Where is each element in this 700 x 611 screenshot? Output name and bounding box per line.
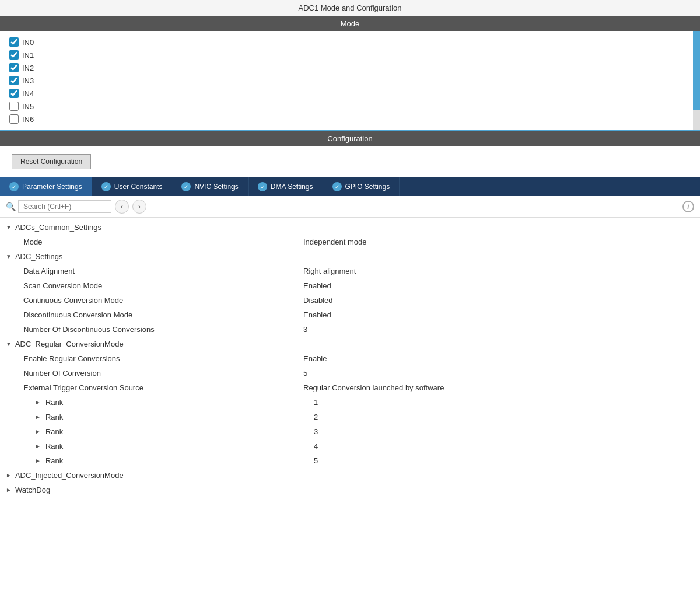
param-value: Disabled (303, 296, 333, 305)
collapsible-label-ADC_Injected_ConversionMode: ADC_Injected_ConversionMode (15, 471, 124, 480)
param-row: ModeIndependent mode (0, 235, 700, 249)
checkbox-in6[interactable] (9, 114, 19, 124)
rank-value-3: 3 (314, 427, 318, 436)
param-row: External Trigger Conversion SourceRegula… (0, 380, 700, 395)
tab-check-icon-parameter: ✓ (9, 182, 19, 191)
checkbox-in0[interactable] (9, 37, 19, 47)
channel-label-in6: IN6 (22, 115, 34, 124)
rank-value-5: 5 (314, 456, 318, 465)
param-value: Right alignment (303, 267, 356, 275)
param-value: Enable (303, 354, 327, 363)
param-value: Enabled (303, 281, 331, 290)
rank-value-2: 2 (314, 413, 318, 421)
collapsible-arrow-ADC_Injected_ConversionMode: ► (6, 472, 12, 479)
rank-label-5: Rank (46, 456, 314, 465)
rank-expand-arrow-3[interactable]: ► (35, 428, 41, 435)
search-icon: 🔍 (6, 202, 16, 211)
param-name: Discontinuous Conversion Mode (23, 310, 303, 319)
param-name: Scan Conversion Mode (23, 281, 303, 290)
group-label-ADCs_Common_Settings: ADCs_Common_Settings (15, 223, 102, 232)
rank-row-1: ►Rank1 (0, 395, 700, 410)
tab-gpio[interactable]: ✓GPIO Settings (323, 177, 400, 196)
channel-row-in0: IN0 (9, 36, 691, 48)
group-header-ADC_Settings[interactable]: ▼ADC_Settings (0, 249, 700, 264)
tab-check-icon-nvic: ✓ (181, 182, 191, 191)
channel-row-in5: IN5 (9, 100, 691, 113)
tab-check-icon-dma: ✓ (258, 182, 267, 191)
tab-user-constants[interactable]: ✓User Constants (92, 177, 173, 196)
param-name: Data Alignment (23, 267, 303, 275)
rank-row-3: ►Rank3 (0, 424, 700, 439)
checkbox-in4[interactable] (9, 89, 19, 98)
param-row: Number Of Conversion5 (0, 366, 700, 380)
rank-expand-arrow-4[interactable]: ► (35, 443, 41, 449)
group-arrow-ADCs_Common_Settings: ▼ (6, 224, 12, 231)
search-input[interactable] (18, 200, 111, 213)
group-label-ADC_Regular_ConversionMode: ADC_Regular_ConversionMode (15, 340, 124, 348)
tab-nvic[interactable]: ✓NVIC Settings (172, 177, 248, 196)
checkbox-in3[interactable] (9, 76, 19, 85)
rank-row-2: ►Rank2 (0, 410, 700, 424)
scrollbar[interactable] (693, 31, 700, 130)
param-name: Continuous Conversion Mode (23, 296, 303, 305)
checkbox-in2[interactable] (9, 63, 19, 72)
param-value: 3 (303, 325, 307, 334)
channel-label-in4: IN4 (22, 89, 34, 98)
reset-config-button[interactable]: Reset Configuration (12, 154, 91, 169)
rank-label-4: Rank (46, 442, 314, 451)
channel-row-in4: IN4 (9, 87, 691, 100)
config-section: Reset Configuration ✓Parameter Settings✓… (0, 146, 700, 500)
channel-label-in3: IN3 (22, 76, 34, 85)
tab-check-icon-gpio: ✓ (332, 182, 342, 191)
collapsible-group-WatchDog[interactable]: ►WatchDog (0, 483, 700, 497)
collapsible-arrow-WatchDog: ► (6, 487, 12, 493)
channel-row-in1: IN1 (9, 48, 691, 61)
group-header-ADC_Regular_ConversionMode[interactable]: ▼ADC_Regular_ConversionMode (0, 337, 700, 351)
tab-parameter[interactable]: ✓Parameter Settings (0, 177, 92, 196)
channel-label-in2: IN2 (22, 64, 34, 72)
mode-section: IN0IN1IN2IN3IN4IN5IN6 (0, 31, 700, 131)
rank-row-5: ►Rank5 (0, 453, 700, 468)
config-header: Configuration (0, 131, 700, 146)
tab-dma[interactable]: ✓DMA Settings (249, 177, 323, 196)
mode-header: Mode (0, 16, 700, 31)
nav-next-button[interactable]: › (132, 200, 146, 214)
channel-row-in2: IN2 (9, 61, 691, 74)
param-name: External Trigger Conversion Source (23, 383, 303, 392)
param-value: Enabled (303, 310, 331, 319)
main-title: ADC1 Mode and Configuration (0, 0, 700, 16)
param-row: Enable Regular ConversionsEnable (0, 351, 700, 366)
param-name: Number Of Conversion (23, 369, 303, 378)
rank-label-1: Rank (46, 398, 314, 407)
param-value: 5 (303, 369, 307, 378)
param-row: Scan Conversion ModeEnabled (0, 278, 700, 293)
collapsible-label-WatchDog: WatchDog (15, 486, 50, 494)
param-value: Independent mode (303, 238, 366, 246)
rank-row-4: ►Rank4 (0, 439, 700, 453)
channel-row-in6: IN6 (9, 113, 691, 125)
tree-container: ▼ADCs_Common_SettingsModeIndependent mod… (0, 218, 700, 500)
param-name: Enable Regular Conversions (23, 354, 303, 363)
group-label-ADC_Settings: ADC_Settings (15, 252, 63, 261)
search-bar: 🔍 ‹ › i (0, 196, 700, 218)
checkbox-in5[interactable] (9, 102, 19, 111)
collapsible-group-ADC_Injected_ConversionMode[interactable]: ►ADC_Injected_ConversionMode (0, 468, 700, 483)
tab-check-icon-user-constants: ✓ (102, 182, 111, 191)
checkbox-in1[interactable] (9, 50, 19, 60)
param-name: Mode (23, 238, 303, 246)
rank-expand-arrow-5[interactable]: ► (35, 458, 41, 464)
rank-expand-arrow-1[interactable]: ► (35, 399, 41, 406)
group-header-ADCs_Common_Settings[interactable]: ▼ADCs_Common_Settings (0, 220, 700, 235)
channel-label-in1: IN1 (22, 51, 34, 60)
channel-label-in5: IN5 (22, 102, 34, 111)
param-row: Continuous Conversion ModeDisabled (0, 293, 700, 308)
rank-label-3: Rank (46, 427, 314, 436)
rank-expand-arrow-2[interactable]: ► (35, 414, 41, 420)
rank-value-4: 4 (314, 442, 318, 451)
nav-prev-button[interactable]: ‹ (115, 200, 129, 214)
param-row: Discontinuous Conversion ModeEnabled (0, 308, 700, 322)
channel-label-in0: IN0 (22, 38, 34, 47)
tab-label-parameter: Parameter Settings (22, 183, 82, 191)
tab-label-dma: DMA Settings (271, 183, 313, 191)
param-value: Regular Conversion launched by software (303, 383, 444, 392)
